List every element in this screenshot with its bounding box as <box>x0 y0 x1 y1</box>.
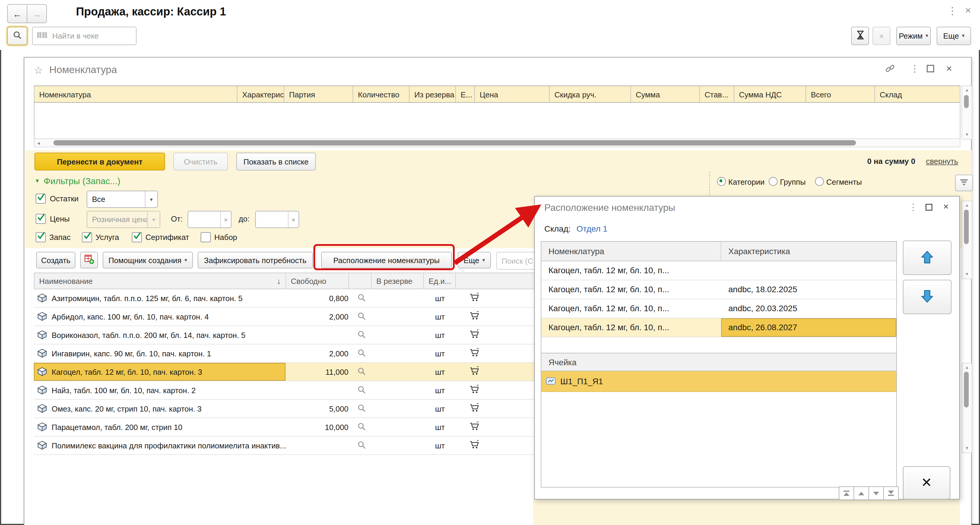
cart-icon[interactable] <box>469 403 480 415</box>
scroll-down-icon[interactable]: ▾ <box>962 131 972 138</box>
prices-checkbox[interactable] <box>36 214 46 224</box>
popup-maximize-icon[interactable] <box>925 204 932 212</box>
receipt-search-input[interactable] <box>51 31 131 41</box>
magnifier-icon[interactable] <box>357 330 366 341</box>
document-table-body-empty[interactable] <box>34 103 961 138</box>
magnifier-icon[interactable] <box>357 440 366 452</box>
doc-col-total[interactable]: Всего <box>806 86 875 102</box>
app-close-icon[interactable]: × <box>965 5 971 17</box>
scroll-up-icon[interactable]: ▴ <box>962 364 972 371</box>
vscroll-thumb[interactable] <box>964 210 969 244</box>
magnifier-icon[interactable] <box>357 385 366 396</box>
scroll-left-icon[interactable]: ◂ <box>34 140 43 146</box>
mode-dropdown-button[interactable]: Режим▾ <box>896 27 931 45</box>
doc-col-sum[interactable]: Сумма <box>631 86 700 102</box>
collapse-link[interactable]: свернуть <box>926 157 958 166</box>
vscroll-thumb[interactable] <box>964 372 969 407</box>
category-vertical-scrollbar[interactable]: ▴ ▾ <box>962 201 972 279</box>
magnifier-icon[interactable] <box>357 367 366 378</box>
price-type-combo[interactable]: Розничная цена ▾ <box>87 211 160 228</box>
magnifier-icon[interactable] <box>357 422 366 433</box>
magnifier-icon[interactable] <box>357 312 366 322</box>
scroll-up-icon[interactable]: ▴ <box>962 87 972 94</box>
doc-col-manual-discount[interactable]: Скидка руч. <box>550 86 631 102</box>
move-up-button[interactable] <box>903 241 951 275</box>
create-group-button[interactable] <box>80 252 98 268</box>
magnifier-icon[interactable] <box>357 294 366 304</box>
fix-demand-button[interactable]: Зафиксировать потребность <box>198 252 313 268</box>
price-to-field[interactable]: × <box>255 211 299 228</box>
clear-x-icon[interactable]: × <box>288 211 299 227</box>
cell-table-header[interactable]: Ячейка <box>541 353 896 371</box>
scroll-down-icon[interactable]: ▾ <box>962 445 972 452</box>
doc-col-characteristic[interactable]: Характерист... <box>237 86 284 102</box>
doc-horizontal-scrollbar[interactable]: ◂ <box>34 138 961 147</box>
kit-checkbox[interactable] <box>200 232 211 242</box>
hscroll-thumb[interactable] <box>53 140 856 145</box>
cell-row-selected[interactable]: Ш1_П1_Я1 <box>541 371 896 392</box>
certificate-checkbox[interactable] <box>132 232 142 242</box>
go-next-button[interactable] <box>869 487 884 500</box>
favorite-star-icon[interactable]: ☆ <box>34 64 43 77</box>
warehouse-link[interactable]: Отдел 1 <box>577 224 608 233</box>
scroll-up-icon[interactable]: ▴ <box>962 202 972 209</box>
get-link-icon[interactable] <box>885 64 895 75</box>
stock-checkbox[interactable] <box>36 232 46 242</box>
doc-col-from-reserve[interactable]: Из резерва <box>410 86 456 102</box>
window-close-icon[interactable]: × <box>946 63 952 75</box>
cart-icon[interactable] <box>469 422 480 433</box>
show-in-list-button[interactable]: Показать в списке <box>236 153 316 171</box>
service-checkbox[interactable] <box>82 232 92 242</box>
price-to-input[interactable] <box>256 211 288 227</box>
doc-col-warehouse[interactable]: Склад <box>875 86 960 102</box>
app-menu-kebab-icon[interactable]: ⋮ <box>947 5 958 17</box>
tree-settings-button[interactable] <box>955 175 973 191</box>
list-col-lens[interactable] <box>349 273 372 289</box>
magnifier-icon[interactable] <box>357 404 366 415</box>
price-from-field[interactable]: × <box>188 211 232 228</box>
list-vertical-scrollbar[interactable]: ▴ ▾ <box>962 363 972 453</box>
doc-col-rate[interactable]: Став... <box>700 86 734 102</box>
list-col-unit[interactable]: Ед.и... <box>424 273 456 289</box>
go-first-button[interactable] <box>839 487 854 500</box>
scroll-down-icon[interactable]: ▾ <box>962 271 972 278</box>
cart-icon[interactable] <box>469 440 480 452</box>
clear-x-icon[interactable]: × <box>220 211 231 227</box>
cart-icon[interactable] <box>469 330 480 341</box>
doc-col-nomenclature[interactable]: Номенклатура <box>34 86 237 102</box>
go-last-button[interactable] <box>884 487 899 500</box>
location-row[interactable]: Кагоцел, табл. 12 мг, бл. 10, п... andbc… <box>541 299 896 318</box>
segments-radio[interactable] <box>815 177 824 186</box>
groups-radio[interactable] <box>769 177 778 186</box>
popup-close-icon[interactable]: × <box>943 201 949 212</box>
categories-radio[interactable] <box>717 177 726 186</box>
doc-col-vat-sum[interactable]: Сумма НДС <box>734 86 806 102</box>
list-col-free[interactable]: Свободно <box>286 273 349 289</box>
magnifier-icon[interactable] <box>357 349 366 359</box>
cart-icon[interactable] <box>469 311 480 322</box>
doc-col-quantity[interactable]: Количество <box>353 86 410 102</box>
cart-icon[interactable] <box>469 293 480 304</box>
history-wait-button[interactable] <box>851 27 869 45</box>
popup-close-button[interactable]: ✕ <box>903 466 950 499</box>
doc-col-unit[interactable]: Е... <box>456 86 475 102</box>
cart-icon[interactable] <box>469 348 480 359</box>
search-button[interactable] <box>7 27 27 45</box>
col-nomenclature[interactable]: Номенклатура <box>541 242 721 261</box>
receipt-search-field[interactable] <box>32 27 137 45</box>
doc-col-batch[interactable]: Партия <box>284 86 353 102</box>
cancel-search-button[interactable]: × <box>873 27 890 45</box>
doc-col-price[interactable]: Цена <box>475 86 550 102</box>
list-col-reserve[interactable]: В резерве <box>372 273 424 289</box>
rests-combo[interactable]: Все ▾ <box>87 191 158 208</box>
filters-toggle[interactable]: ▾ Фильтры (Запас...) <box>36 176 120 186</box>
create-button[interactable]: Создать <box>36 252 75 268</box>
col-characteristic[interactable]: Характеристика <box>721 242 790 261</box>
popup-kebab-icon[interactable]: ⋮ <box>909 202 918 212</box>
go-prev-button[interactable] <box>854 487 869 500</box>
vscroll-thumb[interactable] <box>964 95 969 108</box>
chevron-down-icon[interactable]: ▾ <box>145 191 157 207</box>
window-kebab-icon[interactable]: ⋮ <box>910 63 920 74</box>
forward-button[interactable]: → <box>27 4 47 23</box>
location-row[interactable]: Кагоцел, табл. 12 мг, бл. 10, п... andbc… <box>541 280 896 299</box>
